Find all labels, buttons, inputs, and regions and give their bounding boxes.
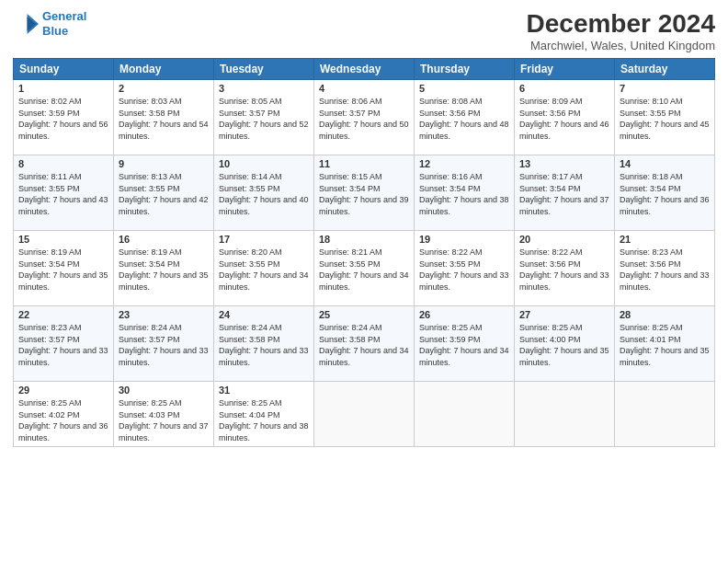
day-info: Sunrise: 8:23 AMSunset: 3:56 PMDaylight:…	[620, 247, 710, 293]
day-info: Sunrise: 8:08 AMSunset: 3:56 PMDaylight:…	[419, 96, 509, 142]
logo-icon	[13, 11, 39, 37]
col-monday: Monday	[114, 59, 214, 80]
day-info: Sunrise: 8:14 AMSunset: 3:55 PMDaylight:…	[219, 171, 309, 217]
day-info: Sunrise: 8:13 AMSunset: 3:55 PMDaylight:…	[119, 171, 209, 217]
logo-text: General Blue	[42, 9, 86, 38]
day-info: Sunrise: 8:24 AMSunset: 3:58 PMDaylight:…	[319, 322, 409, 368]
day-info: Sunrise: 8:24 AMSunset: 3:58 PMDaylight:…	[219, 322, 309, 368]
day-number: 21	[620, 234, 710, 245]
table-row: 3 Sunrise: 8:05 AMSunset: 3:57 PMDayligh…	[214, 80, 314, 155]
table-row: 2 Sunrise: 8:03 AMSunset: 3:58 PMDayligh…	[114, 80, 214, 155]
day-number: 12	[419, 158, 509, 169]
table-row: 25 Sunrise: 8:24 AMSunset: 3:58 PMDaylig…	[314, 306, 415, 382]
day-info: Sunrise: 8:02 AMSunset: 3:59 PMDaylight:…	[18, 96, 108, 142]
day-number: 15	[18, 234, 108, 245]
calendar: Sunday Monday Tuesday Wednesday Thursday…	[13, 58, 715, 447]
day-info: Sunrise: 8:23 AMSunset: 3:57 PMDaylight:…	[18, 322, 108, 368]
table-row: 9 Sunrise: 8:13 AMSunset: 3:55 PMDayligh…	[114, 155, 214, 231]
table-row	[615, 382, 715, 447]
table-row: 11 Sunrise: 8:15 AMSunset: 3:54 PMDaylig…	[314, 155, 415, 231]
table-row: 19 Sunrise: 8:22 AMSunset: 3:55 PMDaylig…	[415, 231, 515, 306]
calendar-header: Sunday Monday Tuesday Wednesday Thursday…	[14, 59, 715, 80]
table-row: 23 Sunrise: 8:24 AMSunset: 3:57 PMDaylig…	[114, 306, 214, 382]
table-row: 10 Sunrise: 8:14 AMSunset: 3:55 PMDaylig…	[214, 155, 314, 231]
col-thursday: Thursday	[415, 59, 515, 80]
table-row: 26 Sunrise: 8:25 AMSunset: 3:59 PMDaylig…	[415, 306, 515, 382]
col-sunday: Sunday	[14, 59, 114, 80]
table-row: 4 Sunrise: 8:06 AMSunset: 3:57 PMDayligh…	[314, 80, 415, 155]
table-row: 18 Sunrise: 8:21 AMSunset: 3:55 PMDaylig…	[314, 231, 415, 306]
day-info: Sunrise: 8:25 AMSunset: 4:03 PMDaylight:…	[119, 397, 209, 443]
col-wednesday: Wednesday	[314, 59, 415, 80]
header-row: Sunday Monday Tuesday Wednesday Thursday…	[14, 59, 715, 80]
day-number: 1	[18, 83, 108, 94]
table-row	[415, 382, 515, 447]
location: Marchwiel, Wales, United Kingdom	[527, 39, 715, 52]
day-info: Sunrise: 8:06 AMSunset: 3:57 PMDaylight:…	[319, 96, 409, 142]
table-row: 21 Sunrise: 8:23 AMSunset: 3:56 PMDaylig…	[615, 231, 715, 306]
day-info: Sunrise: 8:25 AMSunset: 4:00 PMDaylight:…	[519, 322, 609, 368]
day-info: Sunrise: 8:10 AMSunset: 3:55 PMDaylight:…	[620, 96, 710, 142]
day-info: Sunrise: 8:21 AMSunset: 3:55 PMDaylight:…	[319, 247, 409, 293]
page: General Blue December 2024 Marchwiel, Wa…	[0, 0, 728, 563]
day-info: Sunrise: 8:11 AMSunset: 3:55 PMDaylight:…	[18, 171, 108, 217]
table-row: 29 Sunrise: 8:25 AMSunset: 4:02 PMDaylig…	[14, 382, 114, 447]
col-tuesday: Tuesday	[214, 59, 314, 80]
table-row: 28 Sunrise: 8:25 AMSunset: 4:01 PMDaylig…	[615, 306, 715, 382]
day-info: Sunrise: 8:09 AMSunset: 3:56 PMDaylight:…	[519, 96, 609, 142]
header: General Blue December 2024 Marchwiel, Wa…	[13, 9, 715, 52]
day-number: 29	[18, 385, 108, 396]
day-number: 5	[419, 83, 509, 94]
day-number: 8	[18, 158, 108, 169]
table-row: 13 Sunrise: 8:17 AMSunset: 3:54 PMDaylig…	[515, 155, 615, 231]
day-info: Sunrise: 8:20 AMSunset: 3:55 PMDaylight:…	[219, 247, 309, 293]
table-row: 16 Sunrise: 8:19 AMSunset: 3:54 PMDaylig…	[114, 231, 214, 306]
day-number: 28	[620, 309, 710, 320]
day-number: 27	[519, 309, 609, 320]
day-info: Sunrise: 8:22 AMSunset: 3:55 PMDaylight:…	[419, 247, 509, 293]
table-row: 20 Sunrise: 8:22 AMSunset: 3:56 PMDaylig…	[515, 231, 615, 306]
day-number: 11	[319, 158, 409, 169]
day-number: 17	[219, 234, 309, 245]
day-number: 6	[519, 83, 609, 94]
table-row: 27 Sunrise: 8:25 AMSunset: 4:00 PMDaylig…	[515, 306, 615, 382]
day-info: Sunrise: 8:05 AMSunset: 3:57 PMDaylight:…	[219, 96, 309, 142]
day-info: Sunrise: 8:19 AMSunset: 3:54 PMDaylight:…	[119, 247, 209, 293]
table-row: 7 Sunrise: 8:10 AMSunset: 3:55 PMDayligh…	[615, 80, 715, 155]
table-row	[314, 382, 415, 447]
logo-line1: General	[42, 9, 86, 23]
day-number: 18	[319, 234, 409, 245]
table-row: 30 Sunrise: 8:25 AMSunset: 4:03 PMDaylig…	[114, 382, 214, 447]
day-number: 25	[319, 309, 409, 320]
day-info: Sunrise: 8:25 AMSunset: 4:04 PMDaylight:…	[219, 397, 309, 443]
day-number: 9	[119, 158, 209, 169]
table-row: 22 Sunrise: 8:23 AMSunset: 3:57 PMDaylig…	[14, 306, 114, 382]
table-row: 17 Sunrise: 8:20 AMSunset: 3:55 PMDaylig…	[214, 231, 314, 306]
day-number: 4	[319, 83, 409, 94]
col-saturday: Saturday	[615, 59, 715, 80]
day-number: 10	[219, 158, 309, 169]
day-number: 24	[219, 309, 309, 320]
col-friday: Friday	[515, 59, 615, 80]
table-row: 8 Sunrise: 8:11 AMSunset: 3:55 PMDayligh…	[14, 155, 114, 231]
table-row: 12 Sunrise: 8:16 AMSunset: 3:54 PMDaylig…	[415, 155, 515, 231]
day-info: Sunrise: 8:19 AMSunset: 3:54 PMDaylight:…	[18, 247, 108, 293]
day-number: 26	[419, 309, 509, 320]
calendar-body: 1 Sunrise: 8:02 AMSunset: 3:59 PMDayligh…	[14, 80, 715, 447]
day-info: Sunrise: 8:15 AMSunset: 3:54 PMDaylight:…	[319, 171, 409, 217]
day-info: Sunrise: 8:03 AMSunset: 3:58 PMDaylight:…	[119, 96, 209, 142]
day-number: 23	[119, 309, 209, 320]
day-info: Sunrise: 8:25 AMSunset: 3:59 PMDaylight:…	[419, 322, 509, 368]
day-number: 30	[119, 385, 209, 396]
day-number: 3	[219, 83, 309, 94]
day-info: Sunrise: 8:16 AMSunset: 3:54 PMDaylight:…	[419, 171, 509, 217]
day-info: Sunrise: 8:24 AMSunset: 3:57 PMDaylight:…	[119, 322, 209, 368]
day-info: Sunrise: 8:25 AMSunset: 4:01 PMDaylight:…	[620, 322, 710, 368]
table-row: 15 Sunrise: 8:19 AMSunset: 3:54 PMDaylig…	[14, 231, 114, 306]
table-row: 24 Sunrise: 8:24 AMSunset: 3:58 PMDaylig…	[214, 306, 314, 382]
day-info: Sunrise: 8:17 AMSunset: 3:54 PMDaylight:…	[519, 171, 609, 217]
table-row: 14 Sunrise: 8:18 AMSunset: 3:54 PMDaylig…	[615, 155, 715, 231]
table-row	[515, 382, 615, 447]
day-number: 14	[620, 158, 710, 169]
day-number: 2	[119, 83, 209, 94]
